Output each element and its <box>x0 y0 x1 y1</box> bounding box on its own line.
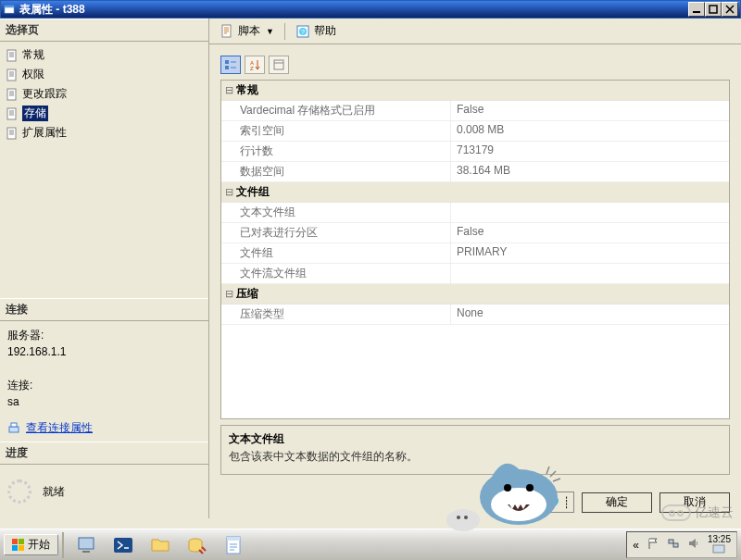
script-label: 脚本 <box>238 23 260 39</box>
prop-name: 文件组 <box>221 243 451 263</box>
category-label: 文件组 <box>236 182 270 202</box>
notepad-icon[interactable] <box>221 532 247 558</box>
description-text: 包含该表中文本数据的文件组的名称。 <box>229 449 722 465</box>
clock[interactable]: 13:25 <box>708 534 731 555</box>
svg-rect-19 <box>274 60 283 69</box>
dialog-buttons: CH ? ┊ 确定 取消 <box>209 486 741 518</box>
prop-name: 数据空间 <box>221 162 451 181</box>
page-item-extended-properties[interactable]: 扩展属性 <box>2 123 207 143</box>
svg-rect-20 <box>528 495 543 506</box>
connection-label: 连接: <box>7 377 201 393</box>
svg-rect-3 <box>710 6 717 13</box>
prop-name: 文件流文件组 <box>221 264 451 283</box>
property-row[interactable]: 文本文件组 <box>221 203 729 223</box>
prop-value: None <box>451 305 729 324</box>
window-buttons <box>688 2 738 17</box>
start-label: 开始 <box>28 537 50 553</box>
server-label: 服务器: <box>7 327 201 343</box>
connection-value: sa <box>7 393 201 410</box>
system-tray: « 13:25 <box>626 531 737 558</box>
start-button[interactable]: 开始 <box>4 534 58 555</box>
dialog-body: 选择页 常规 权限 更改跟踪 存储 扩展属性 连接 <box>0 19 741 518</box>
prop-value <box>451 264 729 283</box>
cancel-button[interactable]: 取消 <box>659 492 730 513</box>
property-row[interactable]: 压缩类型None <box>221 305 729 325</box>
property-row[interactable]: 索引空间0.008 MB <box>221 121 729 142</box>
page-item-permissions[interactable]: 权限 <box>2 65 207 84</box>
powershell-icon[interactable] <box>110 532 136 558</box>
collapse-icon[interactable]: ⊟ <box>221 186 236 198</box>
network-icon[interactable] <box>667 537 680 553</box>
server-manager-icon[interactable] <box>73 532 99 558</box>
maximize-button[interactable] <box>705 2 722 17</box>
script-button[interactable]: 脚本 ▼ <box>215 20 279 42</box>
server-value: 192.168.1.1 <box>7 343 201 360</box>
ok-button[interactable]: 确定 <box>582 492 652 513</box>
description-title: 文本文件组 <box>229 431 722 447</box>
property-wrapper: AZ ⊟ 常规 Vardecimal 存储格式已启用False 索引空间0.00… <box>209 44 741 486</box>
svg-rect-5 <box>7 69 16 81</box>
spinner-icon <box>7 479 31 504</box>
progress-body: 就绪 <box>0 465 208 518</box>
property-row[interactable]: 文件流文件组 <box>221 264 729 284</box>
property-row[interactable]: Vardecimal 存储格式已启用False <box>221 101 729 121</box>
taskbar: 开始 « 13:25 <box>0 529 741 560</box>
help-button[interactable]: ? 帮助 <box>291 20 341 42</box>
svg-rect-4 <box>7 50 16 61</box>
collapse-icon[interactable]: ⊟ <box>221 288 236 300</box>
help-small-icon: ? <box>546 494 559 510</box>
window-title: 表属性 - t388 <box>19 2 688 18</box>
connection-body: 服务器: 192.168.1.1 连接: sa 查看连接属性 <box>0 321 208 442</box>
prop-value: 0.008 MB <box>451 121 729 141</box>
category-header-compression[interactable]: ⊟ 压缩 <box>221 284 729 305</box>
prop-name: 压缩类型 <box>221 305 451 324</box>
categorized-view-button[interactable] <box>220 56 241 74</box>
svg-text:?: ? <box>301 29 305 35</box>
page-item-storage[interactable]: 存储 <box>2 104 207 123</box>
keyboard-icon <box>528 495 543 509</box>
svg-text:Z: Z <box>250 66 254 71</box>
svg-rect-36 <box>713 545 724 553</box>
quick-launch <box>68 532 253 558</box>
view-connection-label: 查看连接属性 <box>26 419 93 436</box>
prop-value: PRIMARY <box>451 243 729 263</box>
prop-value: 38.164 MB <box>451 162 729 181</box>
property-row[interactable]: 已对表进行分区False <box>221 223 729 243</box>
window-icon <box>3 3 16 16</box>
category-header-filegroup[interactable]: ⊟ 文件组 <box>221 182 729 203</box>
sound-icon[interactable] <box>687 537 700 553</box>
property-grid[interactable]: ⊟ 常规 Vardecimal 存储格式已启用False 索引空间0.008 M… <box>220 80 730 419</box>
property-row[interactable]: 行计数713179 <box>221 142 729 162</box>
minimize-button[interactable] <box>688 2 705 17</box>
description-panel: 文本文件组 包含该表中文本数据的文件组的名称。 <box>220 425 730 475</box>
prop-value: False <box>451 101 729 120</box>
category-label: 压缩 <box>236 284 258 304</box>
svg-rect-2 <box>693 11 700 13</box>
close-button[interactable] <box>722 2 738 17</box>
page-item-general[interactable]: 常规 <box>2 45 207 65</box>
ssms-icon[interactable] <box>184 532 210 558</box>
page-item-change-tracking[interactable]: 更改跟踪 <box>2 84 207 104</box>
view-connection-link[interactable]: 查看连接属性 <box>7 419 201 436</box>
flag-icon[interactable] <box>647 537 659 553</box>
prop-name: 索引空间 <box>221 121 451 141</box>
prop-name: 已对表进行分区 <box>221 223 451 243</box>
left-panel: 选择页 常规 权限 更改跟踪 存储 扩展属性 连接 <box>0 19 209 518</box>
page-label: 更改跟踪 <box>22 86 67 102</box>
tray-arrow-icon[interactable]: « <box>633 539 639 552</box>
property-pages-button[interactable] <box>269 56 289 74</box>
property-row[interactable]: 文件组PRIMARY <box>221 243 729 264</box>
alphabetical-view-button[interactable]: AZ <box>245 56 265 74</box>
property-row[interactable]: 数据空间38.164 MB <box>221 162 729 182</box>
script-icon <box>220 24 234 39</box>
clock-time: 13:25 <box>708 534 731 544</box>
category-header-general[interactable]: ⊟ 常规 <box>221 81 729 101</box>
collapse-icon[interactable]: ⊟ <box>221 84 236 96</box>
explorer-icon[interactable] <box>147 532 173 558</box>
ime-indicator[interactable]: CH ? ┊ <box>499 492 574 513</box>
svg-rect-7 <box>7 108 16 119</box>
property-grid-toolbar: AZ <box>220 56 730 74</box>
page-label: 权限 <box>22 67 44 82</box>
svg-rect-16 <box>225 66 229 69</box>
title-bar: 表属性 - t388 <box>0 0 741 19</box>
